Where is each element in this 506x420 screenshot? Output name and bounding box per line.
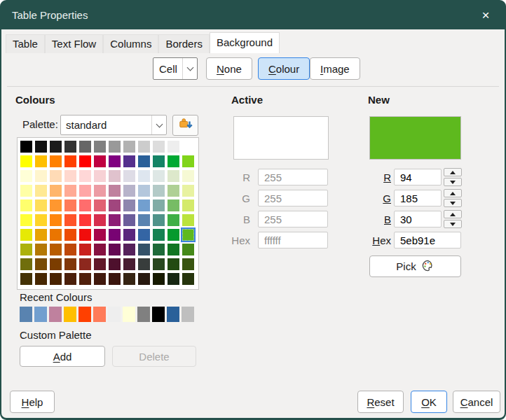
- chevron-down-icon[interactable]: [182, 58, 197, 79]
- palette-swatch[interactable]: [35, 214, 47, 226]
- palette-swatch[interactable]: [79, 273, 91, 285]
- new-b-field[interactable]: [394, 211, 442, 227]
- fill-target-dropdown[interactable]: Cell: [153, 57, 198, 80]
- palette-swatch[interactable]: [94, 244, 106, 255]
- palette-swatch[interactable]: [167, 244, 179, 255]
- palette-swatch[interactable]: [94, 200, 106, 211]
- palette-swatch[interactable]: [153, 200, 165, 211]
- palette-swatch[interactable]: [94, 170, 106, 182]
- palette-swatch[interactable]: [50, 200, 62, 211]
- palette-swatch[interactable]: [182, 185, 194, 197]
- palette-swatch[interactable]: [123, 200, 135, 211]
- palette-swatch[interactable]: [153, 229, 165, 241]
- recent-swatch[interactable]: [93, 307, 106, 322]
- palette-swatch[interactable]: [123, 214, 135, 226]
- recent-swatch[interactable]: [167, 307, 179, 322]
- palette-swatch[interactable]: [182, 229, 194, 241]
- palette-swatch[interactable]: [138, 200, 150, 211]
- palette-swatch[interactable]: [138, 258, 150, 270]
- tab-borders[interactable]: Borders: [158, 34, 210, 53]
- palette-swatch[interactable]: [50, 273, 62, 285]
- palette-swatch[interactable]: [153, 244, 165, 255]
- palette-swatch[interactable]: [79, 244, 91, 255]
- palette-swatch[interactable]: [153, 155, 165, 167]
- palette-swatch[interactable]: [182, 273, 194, 285]
- recent-swatch[interactable]: [108, 307, 121, 322]
- new-g-field[interactable]: [394, 190, 442, 206]
- palette-swatch[interactable]: [109, 229, 121, 241]
- palette-swatch[interactable]: [182, 155, 194, 167]
- palette-swatch[interactable]: [182, 214, 194, 226]
- palette-swatch[interactable]: [109, 141, 121, 153]
- palette-swatch[interactable]: [138, 141, 150, 153]
- palette-swatch[interactable]: [35, 170, 47, 182]
- palette-swatch[interactable]: [138, 185, 150, 197]
- palette-swatch[interactable]: [20, 214, 32, 226]
- palette-swatch[interactable]: [20, 244, 32, 255]
- palette-swatch[interactable]: [50, 229, 62, 241]
- palette-swatch[interactable]: [123, 229, 135, 241]
- palette-swatch[interactable]: [64, 141, 76, 153]
- palette-swatch[interactable]: [79, 155, 91, 167]
- palette-swatch[interactable]: [182, 141, 194, 153]
- palette-swatch[interactable]: [167, 155, 179, 167]
- palette-swatch[interactable]: [138, 229, 150, 241]
- recent-swatch[interactable]: [34, 307, 47, 322]
- palette-swatch[interactable]: [64, 273, 76, 285]
- palette-swatch[interactable]: [35, 273, 47, 285]
- palette-swatch[interactable]: [167, 141, 179, 153]
- tab-text-flow[interactable]: Text Flow: [45, 34, 103, 53]
- delete-button[interactable]: Delete: [112, 346, 196, 367]
- palette-swatch[interactable]: [109, 185, 121, 197]
- palette-swatch[interactable]: [182, 258, 194, 270]
- palette-swatch[interactable]: [94, 141, 106, 153]
- palette-swatch[interactable]: [109, 170, 121, 182]
- palette-swatch[interactable]: [79, 141, 91, 153]
- spin-down-icon[interactable]: [444, 178, 462, 186]
- palette-swatch[interactable]: [167, 258, 179, 270]
- spin-down-icon[interactable]: [444, 220, 462, 228]
- palette-swatch[interactable]: [94, 185, 106, 197]
- new-hex-field[interactable]: [394, 232, 461, 248]
- palette-swatch[interactable]: [138, 214, 150, 226]
- palette-swatch[interactable]: [123, 170, 135, 182]
- palette-swatch[interactable]: [64, 185, 76, 197]
- recent-swatch[interactable]: [137, 307, 150, 322]
- pick-button[interactable]: Pick: [369, 255, 461, 277]
- palette-swatch[interactable]: [123, 185, 135, 197]
- palette-swatch[interactable]: [123, 273, 135, 285]
- active-g-field[interactable]: [258, 190, 328, 206]
- tab-background[interactable]: Background: [210, 32, 280, 53]
- palette-swatch[interactable]: [109, 155, 121, 167]
- palette-swatch[interactable]: [167, 200, 179, 211]
- palette-swatch[interactable]: [35, 258, 47, 270]
- palette-swatch[interactable]: [64, 214, 76, 226]
- none-button[interactable]: None: [206, 57, 252, 80]
- active-hex-field[interactable]: [258, 232, 328, 248]
- palette-swatch[interactable]: [50, 258, 62, 270]
- palette-swatch[interactable]: [79, 200, 91, 211]
- palette-swatch[interactable]: [20, 273, 32, 285]
- palette-swatch[interactable]: [35, 229, 47, 241]
- palette-swatch[interactable]: [167, 229, 179, 241]
- palette-swatch[interactable]: [153, 141, 165, 153]
- palette-swatch[interactable]: [123, 155, 135, 167]
- titlebar[interactable]: Table Properties ×: [0, 0, 506, 29]
- chevron-down-icon[interactable]: [151, 115, 166, 134]
- colour-button[interactable]: Colour: [258, 57, 310, 80]
- palette-swatch[interactable]: [123, 244, 135, 255]
- palette-swatch[interactable]: [79, 185, 91, 197]
- palette-swatch[interactable]: [35, 200, 47, 211]
- palette-swatch[interactable]: [64, 155, 76, 167]
- palette-swatch[interactable]: [167, 273, 179, 285]
- spin-down-icon[interactable]: [444, 199, 462, 207]
- reset-button[interactable]: Reset: [357, 391, 404, 413]
- spin-up-icon[interactable]: [444, 210, 462, 218]
- palette-swatch[interactable]: [109, 200, 121, 211]
- palette-swatch[interactable]: [153, 273, 165, 285]
- recent-swatch[interactable]: [182, 307, 194, 322]
- help-button[interactable]: Help: [10, 391, 55, 413]
- image-button[interactable]: Image: [310, 57, 360, 80]
- palette-swatch[interactable]: [138, 273, 150, 285]
- recent-swatch[interactable]: [123, 307, 135, 322]
